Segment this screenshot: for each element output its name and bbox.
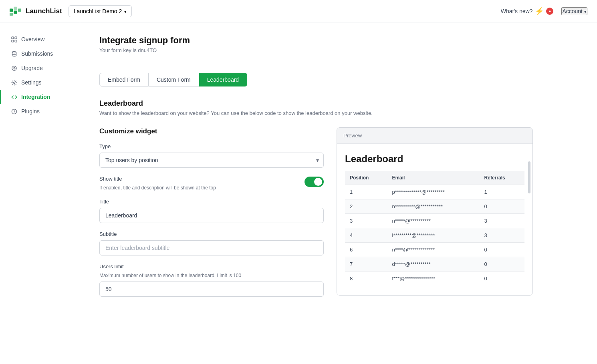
table-header: Position Email Referrals: [345, 171, 524, 185]
svg-rect-5: [12, 37, 14, 39]
show-title-desc: If enabled, title and description will b…: [99, 185, 298, 191]
customize-widget-title: Customize widget: [99, 127, 324, 135]
preview-scrollbar-thumb: [528, 161, 530, 193]
logo-icon: [10, 6, 22, 16]
table-row: 6 n****@************* 0: [345, 243, 524, 257]
table-row: 8 t***@*************** 0: [345, 271, 524, 286]
database-icon: [11, 50, 17, 57]
sidebar-item-integration[interactable]: Integration: [0, 90, 80, 104]
sidebar-item-integration-label: Integration: [21, 94, 50, 100]
preview-leaderboard-title: Leaderboard: [345, 153, 524, 165]
cell-email: n*****@**********: [387, 214, 479, 228]
sidebar-item-submissions[interactable]: Submissions: [0, 46, 80, 61]
subtitle-input[interactable]: [99, 240, 324, 255]
type-label: Type: [99, 143, 324, 149]
table-body: 1 p*************@********* 1 2 n********…: [345, 185, 524, 286]
table-row: 1 p*************@********* 1: [345, 185, 524, 199]
toggle-knob: [314, 178, 322, 186]
leaderboard-section-desc: Want to show the leaderboard on your web…: [99, 110, 578, 116]
show-title-label: Show title: [99, 176, 298, 182]
preview-scroll-area: Leaderboard Position Email Referrals: [337, 144, 532, 295]
chevron-down-icon: [124, 8, 127, 14]
type-select[interactable]: Top users by position Top users by refer…: [99, 153, 324, 168]
whats-new-button[interactable]: What's new? ⚡ ●: [501, 7, 554, 16]
cell-email: l*********@*********: [387, 228, 479, 243]
tab-leaderboard[interactable]: Leaderboard: [199, 73, 247, 86]
svg-rect-8: [15, 40, 17, 42]
table-row: 3 n*****@********** 3: [345, 214, 524, 228]
left-panel: Customize widget Type Top users by posit…: [99, 127, 324, 305]
whats-new-label: What's new?: [501, 8, 533, 14]
cell-referrals: 3: [480, 228, 524, 243]
cell-email: t***@***************: [387, 271, 479, 286]
topnav-right: What's new? ⚡ ● Account: [501, 7, 587, 16]
cell-position: 2: [345, 199, 387, 214]
cell-referrals: 0: [480, 199, 524, 214]
code-icon: [11, 94, 17, 100]
topnav-left: LaunchList LaunchList Demo 2: [10, 5, 132, 17]
col-referrals: Referrals: [480, 171, 524, 185]
cell-email: d*****@**********: [387, 257, 479, 271]
cell-referrals: 1: [480, 185, 524, 199]
upgrade-icon: [11, 65, 17, 71]
cell-referrals: 0: [480, 243, 524, 257]
table-row: 4 l*********@********* 3: [345, 228, 524, 243]
leaderboard-section-title: Leaderboard: [99, 99, 578, 108]
users-limit-input[interactable]: [99, 282, 324, 297]
svg-point-11: [13, 82, 15, 83]
title-label: Title: [99, 199, 324, 205]
settings-icon: [11, 79, 17, 86]
type-field-group: Type Top users by position Top users by …: [99, 143, 324, 168]
cell-email: p*************@*********: [387, 185, 479, 199]
svg-rect-3: [14, 10, 17, 14]
title-input[interactable]: [99, 208, 324, 223]
show-title-toggle[interactable]: [305, 177, 324, 187]
subtitle-label: Subtitle: [99, 231, 324, 237]
top-navigation: LaunchList LaunchList Demo 2 What's new?…: [0, 0, 597, 22]
sidebar-item-settings-label: Settings: [21, 79, 42, 86]
account-chevron-icon: [584, 8, 587, 14]
sidebar-item-overview[interactable]: Overview: [0, 32, 80, 46]
logo-text: LaunchList: [26, 7, 62, 15]
main-layout: Overview Submissions Upgrade Settings In…: [0, 22, 597, 364]
toggle-info: Show title If enabled, title and descrip…: [99, 176, 298, 191]
users-limit-desc: Maximum number of users to show in the l…: [99, 273, 324, 278]
cell-referrals: 0: [480, 257, 524, 271]
show-title-toggle-row: Show title If enabled, title and descrip…: [99, 176, 324, 191]
content-area: Customize widget Type Top users by posit…: [99, 127, 578, 305]
sidebar-item-submissions-label: Submissions: [21, 50, 53, 57]
logo[interactable]: LaunchList: [10, 6, 62, 16]
sidebar-item-upgrade[interactable]: Upgrade: [0, 61, 80, 75]
sidebar-item-settings[interactable]: Settings: [0, 75, 80, 90]
svg-rect-4: [18, 8, 21, 12]
sidebar-item-plugins-label: Plugins: [21, 108, 40, 115]
title-field-group: Title: [99, 199, 324, 223]
type-select-wrapper: Top users by position Top users by refer…: [99, 153, 324, 168]
cell-position: 3: [345, 214, 387, 228]
cell-position: 7: [345, 257, 387, 271]
sidebar: Overview Submissions Upgrade Settings In…: [0, 22, 80, 364]
users-limit-field-group: Users limit Maximum number of users to s…: [99, 263, 324, 297]
sidebar-item-overview-label: Overview: [21, 36, 44, 42]
cell-position: 4: [345, 228, 387, 243]
preview-scrollbar-track[interactable]: [528, 160, 531, 295]
divider: [99, 63, 578, 63]
show-title-field-group: Show title If enabled, title and descrip…: [99, 176, 324, 191]
plugins-icon: [11, 108, 17, 115]
sidebar-item-plugins[interactable]: Plugins: [0, 104, 80, 119]
col-position: Position: [345, 171, 387, 185]
account-label: Account: [562, 8, 583, 14]
preview-content: Leaderboard Position Email Referrals: [337, 144, 532, 295]
svg-rect-6: [15, 37, 17, 39]
account-menu[interactable]: Account: [561, 7, 587, 15]
svg-rect-2: [14, 6, 17, 10]
right-panel: Preview Leaderboard Position Email Refer…: [337, 127, 533, 305]
tab-custom-form[interactable]: Custom Form: [149, 73, 199, 86]
grid-icon: [11, 36, 17, 42]
project-selector[interactable]: LaunchList Demo 2: [69, 5, 132, 17]
cell-referrals: 0: [480, 271, 524, 286]
users-limit-label: Users limit: [99, 263, 324, 269]
page-subtitle: Your form key is dnu4TO: [99, 47, 578, 53]
leaderboard-table: Position Email Referrals 1 p************…: [345, 171, 524, 286]
tab-embed-form[interactable]: Embed Form: [99, 73, 149, 86]
